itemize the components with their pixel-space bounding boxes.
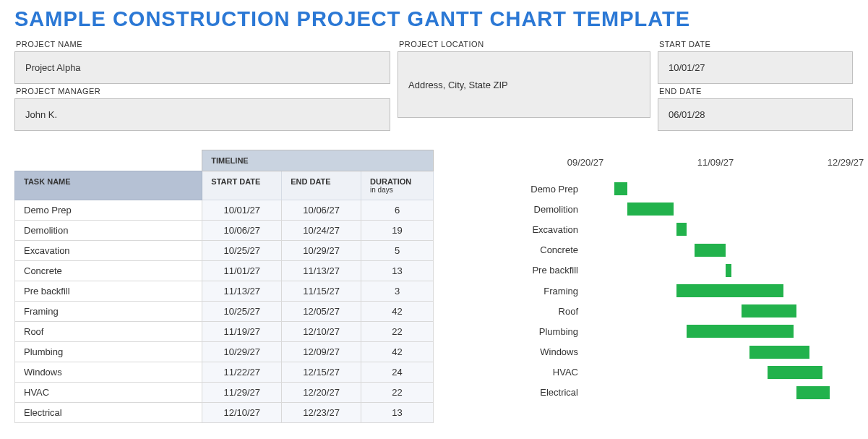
gantt-row: Pre backfill <box>470 260 854 281</box>
start-cell[interactable]: 10/06/27 <box>202 221 282 241</box>
table-row: Electrical12/10/2712/23/2713 <box>15 403 434 423</box>
gantt-track <box>585 344 854 360</box>
gantt-track <box>585 365 854 380</box>
task-cell[interactable]: Framing <box>15 302 202 322</box>
duration-cell[interactable]: 24 <box>361 362 434 383</box>
task-cell[interactable]: Concrete <box>15 261 202 281</box>
end-date-field[interactable]: 06/01/28 <box>658 98 853 131</box>
task-cell[interactable]: Roof <box>15 322 202 342</box>
gantt-bar <box>749 346 809 359</box>
col-start-date: START DATE <box>202 171 282 200</box>
task-cell[interactable]: Electrical <box>15 403 202 423</box>
gantt-label: Framing <box>470 286 585 297</box>
gantt-label: Concrete <box>470 244 585 255</box>
gantt-track <box>585 283 854 299</box>
start-cell[interactable]: 10/01/27 <box>202 200 282 221</box>
gantt-label: Electrical <box>470 387 585 398</box>
gantt-label: Roof <box>470 306 585 317</box>
gantt-label: Windows <box>470 346 585 357</box>
duration-cell[interactable]: 42 <box>361 302 434 322</box>
start-cell[interactable]: 11/13/27 <box>202 281 282 302</box>
task-cell[interactable]: Pre backfill <box>15 281 202 302</box>
end-cell[interactable]: 10/24/27 <box>282 221 361 241</box>
gantt-row: Windows <box>470 342 854 362</box>
duration-cell[interactable]: 13 <box>361 261 434 281</box>
gantt-bar <box>726 264 731 277</box>
gantt-row: HVAC <box>470 362 854 383</box>
axis-tick: 09/20/27 <box>567 157 604 168</box>
duration-cell[interactable]: 22 <box>361 322 434 342</box>
gantt-row: Plumbing <box>470 321 854 341</box>
duration-cell[interactable]: 5 <box>361 241 434 261</box>
table-row: HVAC11/29/2712/20/2722 <box>15 383 434 403</box>
start-cell[interactable]: 11/01/27 <box>202 261 282 281</box>
duration-cell[interactable]: 13 <box>361 403 434 423</box>
gantt-track <box>585 242 854 258</box>
table-row: Windows11/22/2712/15/2724 <box>15 362 434 383</box>
table-row: Demo Prep10/01/2710/06/276 <box>15 200 434 221</box>
end-cell[interactable]: 11/15/27 <box>282 281 361 302</box>
end-cell[interactable]: 12/20/27 <box>282 383 361 403</box>
start-cell[interactable]: 12/10/27 <box>202 403 282 423</box>
duration-cell[interactable]: 42 <box>361 342 434 362</box>
col-end-date: END DATE <box>282 171 361 200</box>
gantt-row: Electrical <box>470 383 854 403</box>
gantt-bar <box>614 182 627 195</box>
gantt-bar <box>676 223 687 236</box>
duration-cell[interactable]: 6 <box>361 200 434 221</box>
end-cell[interactable]: 10/29/27 <box>282 241 361 261</box>
gantt-bar <box>627 203 674 216</box>
start-cell[interactable]: 11/29/27 <box>202 383 282 403</box>
duration-cell[interactable]: 3 <box>361 281 434 302</box>
end-cell[interactable]: 12/23/27 <box>282 403 361 423</box>
end-cell[interactable]: 11/13/27 <box>282 261 361 281</box>
task-cell[interactable]: Excavation <box>15 241 202 261</box>
project-name-field[interactable]: Project Alpha <box>14 51 390 84</box>
gantt-track <box>585 263 854 278</box>
project-name-label: PROJECT NAME <box>14 37 390 51</box>
start-cell[interactable]: 10/25/27 <box>202 302 282 322</box>
gantt-label: Pre backfill <box>470 265 585 276</box>
end-cell[interactable]: 10/06/27 <box>282 200 361 221</box>
duration-cell[interactable]: 22 <box>361 383 434 403</box>
end-cell[interactable]: 12/05/27 <box>282 302 361 322</box>
project-manager-label: PROJECT MANAGER <box>14 84 390 98</box>
gantt-label: Plumbing <box>470 326 585 337</box>
project-manager-field[interactable]: John K. <box>14 98 390 131</box>
gantt-row: Demolition <box>470 199 854 219</box>
end-date-label: END DATE <box>658 84 853 98</box>
end-cell[interactable]: 12/10/27 <box>282 322 361 342</box>
gantt-row: Framing <box>470 281 854 301</box>
gantt-chart: 09/20/2711/09/2712/29/27 Demo PrepDemoli… <box>434 150 854 423</box>
start-cell[interactable]: 10/29/27 <box>202 342 282 362</box>
axis-tick: 11/09/27 <box>697 157 734 168</box>
task-cell[interactable]: Demo Prep <box>15 200 202 221</box>
page-title: SAMPLE CONSTRUCTION PROJECT GANTT CHART … <box>14 7 854 31</box>
start-date-label: START DATE <box>658 37 853 51</box>
gantt-label: Excavation <box>470 224 585 235</box>
end-cell[interactable]: 12/09/27 <box>282 342 361 362</box>
task-cell[interactable]: Demolition <box>15 221 202 241</box>
table-row: Plumbing10/29/2712/09/2742 <box>15 342 434 362</box>
task-cell[interactable]: Plumbing <box>15 342 202 362</box>
table-row: Pre backfill11/13/2711/15/273 <box>15 281 434 302</box>
gantt-track <box>585 221 854 237</box>
gantt-bar <box>676 284 783 297</box>
start-cell[interactable]: 10/25/27 <box>202 241 282 261</box>
gantt-track <box>585 385 854 401</box>
table-row: Demolition10/06/2710/24/2719 <box>15 221 434 241</box>
gantt-bar <box>768 366 822 379</box>
start-cell[interactable]: 11/19/27 <box>202 322 282 342</box>
start-cell[interactable]: 11/22/27 <box>202 362 282 383</box>
project-location-label: PROJECT LOCATION <box>398 37 650 51</box>
start-date-field[interactable]: 10/01/27 <box>658 51 853 84</box>
duration-cell[interactable]: 19 <box>361 221 434 241</box>
axis-tick: 12/29/27 <box>828 157 864 168</box>
task-cell[interactable]: HVAC <box>15 383 202 403</box>
task-cell[interactable]: Windows <box>15 362 202 383</box>
table-row: Concrete11/01/2711/13/2713 <box>15 261 434 281</box>
gantt-track <box>585 181 854 197</box>
end-cell[interactable]: 12/15/27 <box>282 362 361 383</box>
gantt-bar <box>695 244 726 257</box>
project-location-field[interactable]: Address, City, State ZIP <box>398 51 650 118</box>
